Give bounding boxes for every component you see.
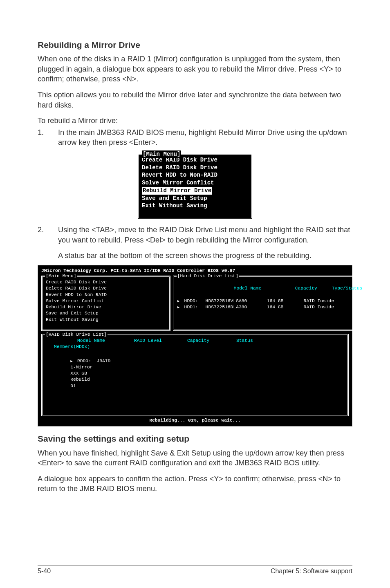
step-1: 1. In the main JMB363 RAID BIOS menu, hi… xyxy=(38,128,352,148)
col-head: Model Name xyxy=(234,285,295,292)
col-head: Type/Status xyxy=(332,286,363,291)
footer-divider xyxy=(38,566,352,566)
bios-legend: [Main Menu] xyxy=(45,273,77,279)
bios-main-menu-panel: [Main Menu] Create RAID Disk DriveDelete… xyxy=(41,276,170,331)
bios-legend: [RAID Disk Drive List] xyxy=(45,332,108,338)
hdd-row: ▶ HDD0:HDS722516VLSA80164 GBRAID Inside xyxy=(177,298,362,304)
col-head: Status xyxy=(236,338,281,344)
bios-menu-item: Create RAID Disk Drive xyxy=(46,279,166,285)
bios-menu-item: Rebuild Mirror Drive xyxy=(46,304,166,310)
col-head: Capacity xyxy=(295,285,332,292)
raid-row-extra: 01 xyxy=(70,383,95,389)
bios-legend: [Hard Disk Drive List] xyxy=(177,273,239,279)
raid-row-capacity: XXX GB xyxy=(70,370,119,377)
bios-legend: [Main Menu] xyxy=(142,150,181,158)
bios-menu-item: Save and Exit Setup xyxy=(46,310,166,316)
raid-row-name: ▶ RDD0: JRAID xyxy=(70,358,156,364)
bios-menu-item: Rebuild Mirror Drive xyxy=(142,187,248,195)
heading-saving: Saving the settings and exiting setup xyxy=(38,433,352,444)
bios-menu-item: Revert HDD to Non-RAID xyxy=(46,292,166,298)
col-head: RAID Level xyxy=(134,338,187,344)
bios-menu-item: Solve Mirror Conflict xyxy=(142,179,248,187)
bios-main-menu-small: [Main Menu] Create RAID Disk DriveDelete… xyxy=(137,153,253,219)
para: A dialogue box appears to confirm the ac… xyxy=(38,474,352,494)
step-text: Using the <TAB>, move to the RAID Disk D… xyxy=(58,225,352,245)
bios-menu-item: Delete RAID Disk Drive xyxy=(46,285,166,292)
step-number: 2. xyxy=(38,225,47,245)
para: This option allows you to rebuild the Mi… xyxy=(38,90,352,110)
raid-members-label: Members(HDDx) xyxy=(48,344,344,350)
bios-statusbar: Rebuilding... 01%, please wait... xyxy=(41,416,349,425)
bios-menu-item: Delete RAID Disk Drive xyxy=(142,164,248,172)
hdd-row: ▶ HDD1:HDS722516DLA380164 GBRAID Inside xyxy=(177,304,362,310)
page-number: 5-40 xyxy=(38,567,51,576)
step-text: In the main JMB363 RAID BIOS menu, highl… xyxy=(58,128,352,148)
bios-menu-item: Save and Exit Setup xyxy=(142,195,248,202)
bios-hdd-panel: [Hard Disk Drive List] Model NameCapacit… xyxy=(173,276,367,331)
para: To rebuild a Mirror drive: xyxy=(38,116,352,126)
col-head: Model Name xyxy=(48,338,134,344)
bios-screenshot: JMicron Technology Corp. PCI-to-SATA II/… xyxy=(38,265,352,427)
bios-raid-panel: [RAID Disk Drive List] Model Name RAID L… xyxy=(41,334,349,416)
para: When you have finished, highlight Save &… xyxy=(38,448,352,468)
bios-menu-item: Exit Without Saving xyxy=(46,317,166,323)
step-2: 2. Using the <TAB>, move to the RAID Dis… xyxy=(38,225,352,245)
para: When one of the disks in a RAID 1 (Mirro… xyxy=(38,54,352,84)
chapter-label: Chapter 5: Software support xyxy=(271,567,352,576)
step-number: 1. xyxy=(38,128,47,148)
step-subtext: A status bar at the bottom of the screen… xyxy=(38,251,352,261)
bios-menu-item: Solve Mirror Conflict xyxy=(46,298,166,304)
raid-row-status: Rebuild xyxy=(70,377,115,383)
bios-menu-item: Exit Without Saving xyxy=(142,202,248,210)
bios-menu-item: Revert HDD to Non-RAID xyxy=(142,171,248,179)
page-footer: 5-40 Chapter 5: Software support xyxy=(38,567,352,576)
raid-row-level: 1-Mirror xyxy=(70,364,123,370)
heading-rebuild: Rebuilding a Mirror Drive xyxy=(38,39,352,51)
col-head: Capacity xyxy=(187,338,236,344)
